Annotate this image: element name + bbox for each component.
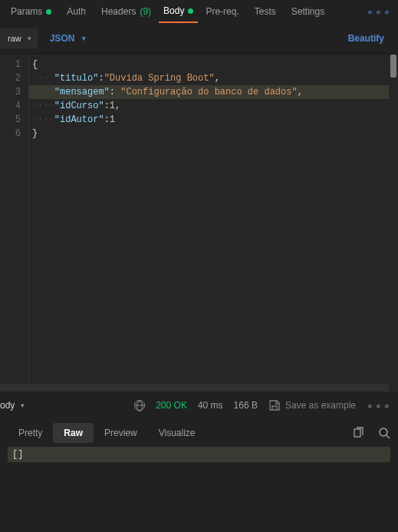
search-icon[interactable]	[378, 427, 390, 439]
view-tab-raw[interactable]: Raw	[53, 423, 94, 443]
view-tab-preview[interactable]: Preview	[94, 423, 148, 443]
response-size: 166 B	[234, 400, 258, 411]
response-view-tabs: Pretty Raw Preview Visualize	[0, 419, 398, 447]
view-tab-pretty[interactable]: Pretty	[8, 423, 53, 443]
headers-count-badge: (9)	[140, 6, 151, 17]
tab-headers[interactable]: Headers (9)	[94, 0, 159, 23]
code-line: ····"idAutor":1	[29, 113, 398, 127]
more-options-button[interactable]: ∘∘∘	[367, 0, 392, 23]
response-section-select[interactable]: ody ▾	[0, 400, 25, 411]
response-section-label: ody	[0, 400, 15, 411]
modified-dot-icon	[188, 8, 193, 14]
tab-label: Settings	[291, 6, 324, 17]
request-body-editor[interactable]: 1 2 3 4 5 6 {····"titulo":"Duvida Spring…	[0, 54, 398, 392]
line-number: 6	[0, 127, 21, 140]
modified-dot-icon	[46, 9, 51, 15]
line-number: 1	[0, 58, 21, 71]
body-mode-bar: raw ▾ JSON ▾ Beautify	[0, 23, 398, 54]
tab-label: Body	[163, 5, 184, 16]
svg-point-1	[380, 428, 387, 436]
beautify-button[interactable]: Beautify	[348, 33, 392, 44]
vertical-scrollbar[interactable]	[389, 55, 398, 392]
request-tabs: Params Auth Headers (9) Body Pre-req. Te…	[0, 0, 398, 23]
tab-label: Params	[11, 6, 42, 17]
chevron-down-icon: ▾	[82, 35, 86, 42]
body-mode-label: raw	[8, 34, 21, 43]
response-body[interactable]: []	[8, 447, 390, 462]
response-status-bar: ody ▾ 200 OK 40 ms 166 B Save as example…	[0, 392, 398, 419]
svg-rect-0	[354, 429, 360, 437]
chevron-down-icon: ▾	[21, 401, 25, 409]
line-number: 4	[0, 99, 21, 113]
line-number: 5	[0, 113, 21, 127]
body-mode-select[interactable]: raw ▾	[0, 28, 38, 48]
code-line: {	[29, 58, 398, 71]
save-as-example-label: Save as example	[285, 400, 356, 411]
code-line: ····"mensagem": "Configuração do banco d…	[29, 85, 398, 99]
tab-tests[interactable]: Tests	[247, 0, 284, 23]
tab-label: Pre-req.	[206, 6, 238, 17]
code-line: ····"idCurso":1,	[29, 99, 398, 113]
tab-body[interactable]: Body	[159, 0, 198, 23]
code-line: ····"titulo":"Duvida Spring Boot",	[29, 71, 398, 85]
tab-label: Auth	[67, 6, 86, 17]
horizontal-scrollbar[interactable]	[0, 384, 389, 392]
scrollbar-thumb[interactable]	[390, 55, 396, 78]
status-code: 200 OK	[156, 400, 187, 411]
tab-prereq[interactable]: Pre-req.	[198, 0, 246, 23]
view-tab-visualize[interactable]: Visualize	[148, 423, 206, 443]
tab-label: Tests	[255, 6, 276, 17]
tab-auth[interactable]: Auth	[59, 0, 94, 23]
tab-label: Headers	[101, 6, 136, 17]
code-area[interactable]: {····"titulo":"Duvida Spring Boot",····"…	[29, 55, 398, 392]
chevron-down-icon: ▾	[28, 35, 31, 42]
tab-settings[interactable]: Settings	[284, 0, 332, 23]
tab-params[interactable]: Params	[3, 0, 59, 23]
body-lang-label: JSON	[50, 33, 75, 44]
svg-line-2	[386, 435, 390, 438]
line-number-gutter: 1 2 3 4 5 6	[0, 55, 29, 392]
body-lang-select[interactable]: JSON ▾	[42, 33, 94, 44]
response-time: 40 ms	[198, 400, 223, 411]
code-line: }	[29, 127, 398, 140]
save-as-example-button[interactable]: Save as example	[268, 399, 356, 411]
line-number: 3	[0, 85, 21, 99]
save-icon	[268, 399, 281, 411]
line-number: 2	[0, 71, 21, 85]
copy-icon[interactable]	[352, 427, 364, 439]
globe-icon[interactable]	[134, 400, 145, 411]
more-options-button[interactable]: ∘∘∘	[367, 399, 392, 411]
